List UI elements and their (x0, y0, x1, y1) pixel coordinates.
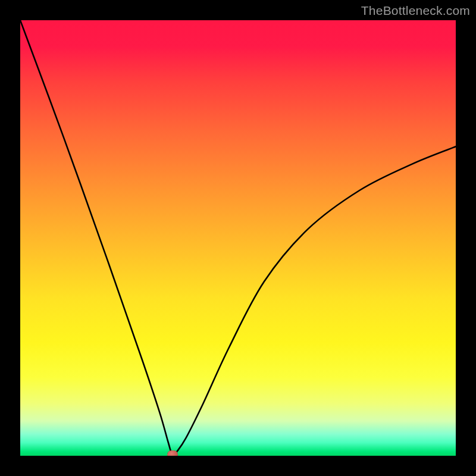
minimum-marker (167, 450, 178, 456)
plot-area (20, 20, 456, 456)
chart-line-svg (20, 20, 456, 456)
bottleneck-curve (20, 20, 456, 456)
watermark-text: TheBottleneck.com (361, 4, 470, 18)
chart-stage: TheBottleneck.com (0, 0, 476, 476)
